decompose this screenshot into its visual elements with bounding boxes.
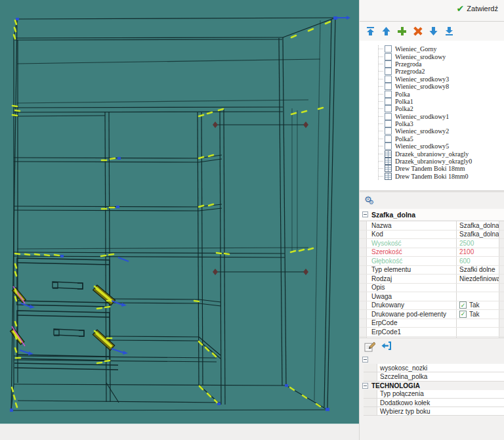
- property-value[interactable]: Szafka_dolna: [456, 221, 499, 230]
- 3d-viewport[interactable]: [0, 0, 359, 424]
- parameter-row[interactable]: Typ połączenia: [364, 390, 504, 399]
- tree-item-label: Wieniec_srodkowy8: [395, 83, 449, 90]
- tree-item[interactable]: Drew Tandem Boki 18mm0: [379, 173, 504, 180]
- parameter-row[interactable]: Dodatkowo kołek: [364, 399, 504, 407]
- row-right-gutter: [499, 275, 504, 283]
- tree-item[interactable]: Polka1: [379, 98, 504, 105]
- tree-connector: [379, 86, 383, 87]
- collapse-icon[interactable]: [362, 383, 368, 389]
- add-button[interactable]: [396, 26, 408, 37]
- tree-item[interactable]: Przegroda: [379, 60, 504, 68]
- tree-item[interactable]: Wieniec_srodkowy8: [379, 83, 504, 90]
- row-gutter: [360, 239, 367, 248]
- gears-icon[interactable]: ⚙⚙: [364, 194, 377, 204]
- property-value[interactable]: Szafki dolne: [456, 266, 499, 275]
- tree-item[interactable]: Drew Tandem Boki 18mm: [379, 165, 504, 172]
- property-row[interactable]: RodzajNiezdefiniowany: [360, 275, 504, 284]
- tree-item[interactable]: Polka: [379, 90, 504, 97]
- property-value[interactable]: 600: [456, 257, 499, 265]
- edit-button[interactable]: [364, 341, 375, 352]
- tree-connector: [379, 116, 383, 117]
- property-value[interactable]: [456, 284, 499, 292]
- checkbox-icon: [385, 98, 392, 105]
- property-value[interactable]: [456, 328, 499, 336]
- tree-item[interactable]: Wieniec_srodkowy1: [379, 113, 504, 120]
- checked-checkbox-icon[interactable]: ✓: [459, 311, 467, 318]
- tree-item[interactable]: Wieniec_srodkowy5: [379, 143, 504, 150]
- row-gutter: [360, 292, 367, 301]
- property-value[interactable]: [456, 319, 499, 328]
- property-label: Opis: [367, 284, 456, 291]
- move-up-button[interactable]: [381, 26, 392, 37]
- property-row[interactable]: ErpCode: [360, 319, 504, 328]
- grid-icon: [385, 173, 392, 180]
- tree-item[interactable]: Polka2: [379, 105, 504, 112]
- tree-connector: [379, 108, 383, 109]
- tree-item[interactable]: Wieniec_Gorny: [379, 45, 504, 53]
- tree-item[interactable]: Wieniec_srodkowy3: [379, 76, 504, 83]
- row-right-gutter: [499, 266, 504, 275]
- tree-item-label: Wieniec_srodkowy3: [395, 76, 449, 83]
- object-header[interactable]: Szafka_dolna: [360, 209, 504, 220]
- property-label: Rodzaj: [367, 275, 456, 282]
- row-gutter: [360, 257, 367, 265]
- row-right-gutter: [499, 310, 504, 319]
- element-tree[interactable]: Wieniec_GornyWieniec_srodkowyPrzegrodaPr…: [360, 41, 504, 190]
- row-right-gutter: [499, 239, 504, 248]
- delete-button[interactable]: [412, 26, 423, 37]
- row-gutter: [360, 310, 367, 319]
- import-arrow-icon: [381, 341, 392, 352]
- tree-item[interactable]: Wieniec_srodkowy2: [379, 127, 504, 135]
- tree-item[interactable]: Polka5: [379, 135, 504, 143]
- move-down-button[interactable]: [428, 26, 439, 37]
- tree-item[interactable]: Przegroda2: [379, 68, 504, 75]
- parameter-row[interactable]: Szczelina_polka: [364, 372, 504, 381]
- property-row[interactable]: Wysokość2500: [360, 239, 504, 248]
- property-row[interactable]: Typ elementuSzafki dolne: [360, 266, 504, 275]
- property-row[interactable]: Opis: [360, 284, 504, 293]
- property-row[interactable]: Drukowane pod-elementy✓Tak: [360, 310, 504, 319]
- tree-connector: [379, 168, 383, 169]
- property-row[interactable]: ErpCode1: [360, 328, 504, 337]
- tree-connector: [379, 161, 383, 162]
- property-row[interactable]: NazwaSzafka_dolna: [360, 221, 504, 231]
- property-row[interactable]: Szerokość2100: [360, 248, 504, 257]
- property-value[interactable]: ✓Tak: [456, 310, 499, 319]
- property-row[interactable]: Drukowany✓Tak: [360, 301, 504, 311]
- property-value[interactable]: Niezdefiniowany: [456, 275, 499, 283]
- move-bottom-button[interactable]: [444, 26, 455, 37]
- property-row[interactable]: Głębokość600: [360, 257, 504, 266]
- confirm-button[interactable]: ✔ Zatwierdź: [457, 5, 498, 12]
- property-value[interactable]: Szafka_dolna: [456, 231, 499, 239]
- tree-item[interactable]: Drazek_ubraniowy_okragly: [379, 150, 504, 157]
- import-button[interactable]: [381, 341, 392, 352]
- row-gutter: [360, 328, 367, 336]
- property-value[interactable]: 2100: [456, 248, 499, 257]
- property-label: Typ elementu: [367, 266, 456, 273]
- property-row[interactable]: Uwaga: [360, 292, 504, 301]
- checkbox-value-label: Tak: [469, 311, 480, 318]
- move-top-button[interactable]: [365, 26, 376, 37]
- parameter-group-header[interactable]: [360, 355, 504, 364]
- collapse-icon[interactable]: [362, 357, 368, 363]
- property-value[interactable]: [456, 292, 499, 301]
- tree-item[interactable]: Drazek_ubraniowy_okragly0: [379, 158, 504, 165]
- checked-checkbox-icon[interactable]: ✓: [459, 301, 467, 309]
- property-label: Drukowany: [367, 301, 456, 309]
- tree-connector: [379, 123, 383, 124]
- property-label: Uwaga: [367, 293, 456, 300]
- parameter-group-header[interactable]: TECHNOLOGIA: [360, 382, 504, 390]
- property-row[interactable]: KodSzafka_dolna: [360, 231, 504, 240]
- collapse-icon[interactable]: [362, 211, 368, 217]
- parameter-label: Szczelina_polka: [377, 373, 427, 380]
- tree-item[interactable]: Polka3: [379, 120, 504, 127]
- property-value[interactable]: 2500: [456, 239, 499, 248]
- row-right-gutter: [499, 231, 504, 239]
- checkbox-icon: [385, 53, 392, 60]
- parameter-row[interactable]: Wybierz typ boku: [364, 407, 504, 416]
- parameter-row[interactable]: wysokosc_nozki: [364, 364, 504, 372]
- tree-item[interactable]: Wieniec_srodkowy: [379, 53, 504, 60]
- row-gutter: [364, 407, 377, 415]
- parameter-label: wysokosc_nozki: [377, 364, 427, 372]
- property-value[interactable]: ✓Tak: [456, 301, 499, 310]
